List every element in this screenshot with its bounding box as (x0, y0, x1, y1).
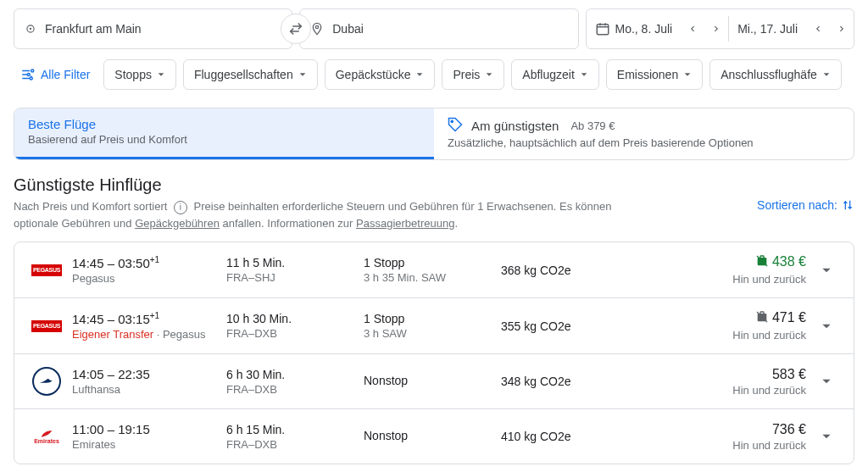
depart-prev-button[interactable] (681, 9, 704, 48)
chip-label: Anschlussflughäfe (721, 68, 817, 81)
svg-point-2 (316, 25, 319, 28)
chip-label: Preis (453, 68, 480, 81)
filter-chip-anschlussflughäfe[interactable]: Anschlussflughäfe (709, 59, 842, 90)
flight-times: 14:05 – 22:35 (72, 367, 216, 381)
filter-chip-preis[interactable]: Preis (442, 59, 504, 90)
date-picker[interactable]: Mo., 8. Juli Mi., 17. Juli (586, 8, 855, 49)
filter-chip-emissionen[interactable]: Emissionen (606, 59, 703, 90)
chevron-down-icon (683, 68, 692, 81)
tab-cheapest-subtitle: Zusätzliche, hauptsächlich auf dem Preis… (448, 136, 840, 149)
all-filters-button[interactable]: Alle Filter (14, 59, 97, 90)
filter-chip-gepäckstücke[interactable]: Gepäckstücke (325, 59, 436, 90)
flight-co2: 348 kg CO2e (501, 375, 628, 388)
trip-type: Hin und zurück (638, 329, 806, 342)
flight-co2: 410 kg CO2e (501, 430, 628, 443)
section-title: Günstigste Hinflüge (14, 175, 854, 195)
svg-point-4 (31, 69, 34, 72)
swap-button[interactable] (281, 14, 311, 44)
chevron-down-icon (298, 68, 307, 81)
flight-route: FRA–DXB (226, 438, 353, 451)
airline-logo-lufthansa (32, 367, 61, 396)
chevron-down-icon (821, 320, 832, 332)
flight-price: 438 € (638, 254, 806, 271)
origin-input[interactable]: Frankfurt am Main (14, 8, 292, 49)
tab-best-subtitle: Basierend auf Preis und Komfort (28, 133, 420, 146)
chevron-left-icon (814, 25, 822, 33)
flight-duration: 6 h 15 Min. (226, 423, 353, 436)
no-bag-icon (755, 310, 769, 327)
info-icon[interactable]: i (174, 201, 187, 214)
svg-point-5 (27, 74, 30, 76)
flight-route: FRA–DXB (226, 383, 353, 396)
filter-chip-abflugzeit[interactable]: Abflugzeit (511, 59, 598, 90)
filter-chip-stopps[interactable]: Stopps (103, 59, 176, 90)
flight-duration: 6 h 30 Min. (226, 368, 353, 381)
flight-price: 583 € (638, 367, 806, 382)
chevron-right-icon (837, 25, 846, 33)
origin-value: Frankfurt am Main (45, 22, 142, 36)
flight-stops: 1 Stopp (364, 256, 491, 269)
trip-type: Hin und zurück (638, 439, 806, 452)
chip-label: Gepäckstücke (336, 68, 411, 81)
sort-button[interactable]: Sortieren nach: (757, 198, 854, 212)
flight-layover: 3 h SAW (364, 327, 491, 340)
flight-price: 736 € (638, 422, 806, 437)
flight-result-row[interactable]: Emirates11:00 – 19:15Emirates6 h 15 Min.… (14, 409, 854, 464)
flight-times: 11:00 – 19:15 (72, 422, 216, 436)
tab-best-flights[interactable]: Beste Flüge Basierend auf Preis und Komf… (14, 108, 434, 159)
depart-next-button[interactable] (704, 9, 728, 48)
sort-icon (841, 198, 854, 212)
chevron-down-icon (485, 68, 493, 81)
expand-button[interactable] (816, 430, 837, 442)
flight-carrier: Eigener Transfer · Pegasus (72, 328, 216, 341)
expand-button[interactable] (816, 264, 837, 276)
return-prev-button[interactable] (806, 9, 830, 48)
swap-icon (288, 21, 303, 36)
destination-value: Dubai (332, 22, 364, 36)
chevron-down-icon (415, 68, 424, 81)
chip-label: Fluggesellschaften (194, 68, 293, 81)
flight-result-row[interactable]: 14:05 – 22:35Lufthansa6 h 30 Min.FRA–DXB… (14, 354, 854, 409)
flight-times: 14:45 – 03:50+1 (72, 255, 216, 270)
flight-duration: 11 h 5 Min. (226, 256, 353, 269)
svg-point-7 (451, 120, 453, 122)
tab-best-title: Beste Flüge (28, 117, 96, 131)
expand-button[interactable] (816, 375, 837, 387)
flight-result-row[interactable]: PEGASUS14:45 – 03:50+1Pegasus11 h 5 Min.… (14, 242, 854, 298)
flight-route: FRA–SHJ (226, 271, 353, 284)
flight-carrier: Pegasus (72, 272, 216, 285)
flight-price: 471 € (638, 310, 806, 327)
filter-icon (20, 67, 36, 82)
flight-co2: 368 kg CO2e (501, 264, 628, 277)
return-date[interactable]: Mi., 17. Juli (729, 22, 806, 36)
flight-carrier: Lufthansa (72, 383, 216, 396)
destination-pin-icon (310, 22, 324, 36)
chevron-down-icon (821, 430, 832, 442)
flight-duration: 10 h 30 Min. (226, 312, 353, 325)
destination-input[interactable]: Dubai (299, 8, 578, 49)
tab-cheapest-title: Am günstigsten (471, 119, 559, 133)
svg-point-6 (30, 77, 32, 80)
tab-cheapest[interactable]: Am günstigsten Ab 379 € Zusätzliche, hau… (434, 108, 854, 159)
flight-carrier: Emirates (72, 438, 216, 451)
expand-button[interactable] (816, 320, 837, 332)
chevron-down-icon (821, 264, 832, 276)
passenger-assist-link[interactable]: Passagierbetreuung (356, 217, 454, 230)
flight-layover: 3 h 35 Min. SAW (364, 271, 491, 284)
flight-times: 14:45 – 03:15+1 (72, 311, 216, 326)
depart-date[interactable]: Mo., 8. Juli (587, 21, 682, 36)
flight-route: FRA–DXB (226, 327, 353, 340)
no-bag-icon (755, 254, 769, 271)
flight-co2: 355 kg CO2e (501, 319, 628, 333)
flight-stops: Nonstop (364, 429, 491, 442)
airline-logo-pegasus: PEGASUS (31, 320, 62, 332)
flight-result-row[interactable]: PEGASUS14:45 – 03:15+1Eigener Transfer ·… (14, 298, 854, 354)
filter-chip-fluggesellschaften[interactable]: Fluggesellschaften (183, 59, 318, 90)
chevron-right-icon (712, 25, 721, 33)
tag-icon (448, 117, 463, 135)
trip-type: Hin und zurück (638, 273, 806, 286)
chevron-down-icon (580, 68, 588, 81)
baggage-fees-link[interactable]: Gepäckgebühren (135, 217, 220, 230)
svg-point-1 (30, 28, 31, 30)
return-next-button[interactable] (830, 9, 854, 48)
